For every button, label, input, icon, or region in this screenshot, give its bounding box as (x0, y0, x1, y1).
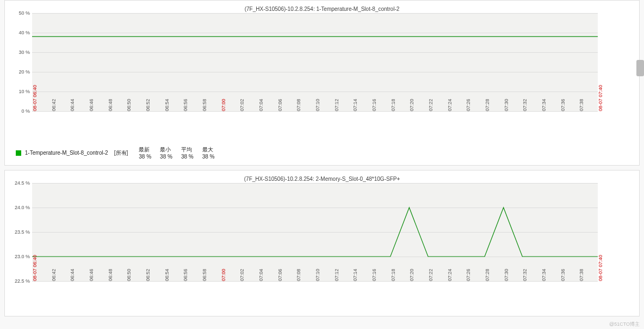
x-tick: 06:50 (126, 269, 132, 281)
header-avg: 平均 (177, 146, 198, 154)
y-tick: 40 % (18, 30, 32, 35)
y-tick: 23.0 % (15, 254, 32, 259)
x-tick: 07:22 (428, 99, 434, 111)
x-tick: 07:24 (447, 269, 453, 281)
x-tick: 06:58 (202, 269, 207, 281)
x-tick: 07:34 (541, 99, 547, 111)
chart2-plot[interactable] (32, 183, 598, 281)
x-tick: 07:10 (315, 269, 320, 281)
series-scope: [所有] (114, 150, 128, 156)
x-tick: 06:48 (108, 269, 113, 281)
x-tick: 06:42 (51, 99, 57, 111)
x-tick: 07:12 (334, 269, 339, 281)
header-min: 最小 (156, 146, 177, 154)
chart2-panel: (7F_HX-S10506)-10.2.8.254: 2-Memory-S_Sl… (4, 170, 640, 316)
stat-min: 38 % (156, 154, 177, 160)
header-latest: 最新 (134, 146, 156, 154)
x-tick: 07:04 (258, 269, 264, 281)
y-tick: 24.0 % (15, 205, 32, 210)
x-tick: 06:46 (89, 269, 94, 281)
x-tick: 07:02 (239, 269, 245, 281)
x-tick: 06:44 (70, 99, 75, 111)
x-tick: 07:36 (560, 269, 566, 281)
x-tick: 07:02 (239, 99, 245, 111)
x-tick: 07:30 (504, 269, 509, 281)
x-tick: 06:46 (89, 99, 94, 111)
x-tick: 06:50 (126, 99, 132, 111)
x-tick: 07:38 (579, 99, 584, 111)
y-tick: 0 % (21, 108, 32, 114)
x-tick: 06:56 (183, 269, 188, 281)
chart1-title: (7F_HX-S10506)-10.2.8.254: 1-Temperature… (10, 3, 634, 13)
header-max: 最大 (198, 146, 219, 154)
x-tick: 08-07 06:40 (32, 255, 38, 281)
x-tick: 07:36 (560, 99, 566, 111)
legend-swatch (16, 150, 21, 156)
x-tick: 06:42 (51, 269, 57, 281)
chart1-y-axis: 50 % 40 % 30 % 20 % 10 % 0 % (10, 13, 32, 111)
watermark: @51CTO博主 (609, 321, 640, 328)
chart1-x-axis: 08-07 06:4006:4206:4406:4606:4806:5006:5… (32, 111, 598, 144)
x-tick: 07:28 (485, 269, 490, 281)
stat-avg: 38 % (177, 154, 198, 160)
x-tick: 07:20 (409, 269, 414, 281)
x-tick: 07:32 (522, 99, 528, 111)
x-tick: 07:28 (485, 99, 490, 111)
x-tick: 07:06 (277, 99, 283, 111)
y-tick: 10 % (18, 89, 32, 94)
y-tick: 30 % (18, 50, 32, 55)
x-tick: 08-07 07:40 (598, 255, 603, 281)
x-tick: 07:22 (428, 269, 434, 281)
x-tick: 06:56 (183, 99, 188, 111)
x-tick: 07:16 (371, 269, 377, 281)
scrollbar-thumb[interactable] (636, 60, 644, 76)
x-tick: 07:34 (541, 269, 547, 281)
stat-latest: 38 % (134, 154, 156, 160)
x-tick: 06:52 (145, 269, 151, 281)
x-tick: 06:54 (164, 269, 170, 281)
legend-row: 1-Temperature-M_Slot-8_control-2 [所有] (16, 149, 128, 157)
x-tick: 07:24 (447, 99, 453, 111)
x-tick: 07:14 (352, 99, 358, 111)
chart1-series (32, 13, 598, 111)
y-tick: 24.5 % (15, 180, 32, 186)
x-tick: 07:16 (371, 99, 377, 111)
x-tick: 07:08 (296, 99, 301, 111)
chart2-y-axis: 24.5 % 24.0 % 23.5 % 23.0 % 22.5 % (10, 183, 32, 281)
x-tick: 07:10 (315, 99, 320, 111)
page-root: (7F_HX-S10506)-10.2.8.254: 1-Temperature… (0, 0, 644, 329)
y-tick: 23.5 % (15, 229, 32, 235)
x-tick: 06:44 (70, 269, 75, 281)
x-tick: 06:52 (145, 99, 151, 111)
x-tick: 07:38 (579, 269, 584, 281)
x-tick: 07:04 (258, 99, 264, 111)
chart2-x-axis: 08-07 06:4006:4206:4406:4606:4806:5006:5… (32, 281, 598, 314)
x-tick: 06:54 (164, 99, 170, 111)
x-tick: 07:08 (296, 269, 301, 281)
x-tick: 07:26 (466, 99, 471, 111)
series-name: 1-Temperature-M_Slot-8_control-2 (25, 150, 108, 156)
x-tick: 07:06 (277, 269, 283, 281)
chart1-panel: (7F_HX-S10506)-10.2.8.254: 1-Temperature… (4, 0, 640, 166)
x-tick: 07:14 (352, 269, 358, 281)
y-tick: 50 % (18, 10, 32, 16)
chart2-title: (7F_HX-S10506)-10.2.8.254: 2-Memory-S_Sl… (10, 173, 634, 183)
x-tick: 08-07 06:40 (32, 85, 38, 111)
x-tick: 07:18 (391, 269, 396, 281)
chart2-series (32, 183, 598, 281)
legend-stats-table: 最新 最小 平均 最大 38 % 38 % 38 % 38 % (134, 146, 219, 160)
chart1-plot[interactable] (32, 13, 598, 111)
x-tick: 06:48 (108, 99, 113, 111)
stat-max: 38 % (198, 154, 219, 160)
x-tick: 07:26 (466, 269, 471, 281)
y-tick: 20 % (18, 69, 32, 75)
y-tick: 22.5 % (15, 278, 32, 284)
x-tick: 07:30 (504, 99, 509, 111)
x-tick: 07:00 (221, 269, 226, 281)
x-tick: 07:12 (334, 99, 339, 111)
x-tick: 07:20 (409, 99, 414, 111)
x-tick: 08-07 07:40 (598, 85, 603, 111)
x-tick: 07:18 (391, 99, 396, 111)
x-tick: 07:32 (522, 269, 528, 281)
x-tick: 07:00 (221, 99, 226, 111)
